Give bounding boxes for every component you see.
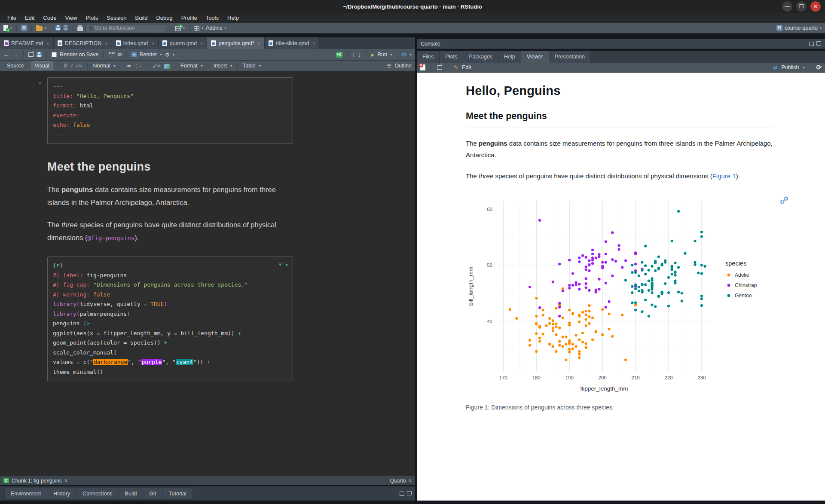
- chevron-down-icon[interactable]: ▾: [114, 64, 116, 68]
- menu-debug[interactable]: Debug: [152, 13, 176, 22]
- close-tab-icon[interactable]: ×: [151, 41, 154, 46]
- run-next-chunk-button[interactable]: ↓: [358, 51, 361, 58]
- minimize-pane-icon[interactable]: [400, 492, 404, 496]
- figure-1-link[interactable]: Figure 1: [712, 172, 736, 180]
- edit-button[interactable]: Edit: [462, 64, 471, 70]
- tab-build[interactable]: Build: [119, 488, 144, 500]
- collapse-chevron-icon[interactable]: ⌄: [38, 79, 42, 85]
- run-button[interactable]: Run: [377, 52, 387, 58]
- print-button[interactable]: [77, 25, 83, 31]
- gear-icon[interactable]: ⚙: [165, 52, 170, 58]
- tab-presentation[interactable]: Presentation: [549, 51, 591, 63]
- menu-help[interactable]: Help: [223, 13, 243, 22]
- italic-button[interactable]: I: [71, 63, 72, 69]
- format-menu[interactable]: Format: [180, 63, 198, 69]
- search-input[interactable]: [95, 25, 159, 31]
- find-replace-icon[interactable]: [118, 53, 122, 56]
- chevron-down-icon[interactable]: ▾: [259, 64, 261, 68]
- close-tab-icon[interactable]: ×: [105, 41, 107, 46]
- open-in-browser-icon[interactable]: [437, 65, 442, 70]
- chevron-down-icon[interactable]: ▾: [173, 53, 174, 57]
- chevron-down-icon[interactable]: ▾: [410, 53, 412, 57]
- menu-plots[interactable]: Plots: [82, 13, 102, 22]
- table-menu[interactable]: Table: [243, 63, 256, 69]
- refresh-viewer-icon[interactable]: ⟳: [816, 64, 822, 71]
- window-close-button[interactable]: ✕: [810, 1, 821, 12]
- tab-plots[interactable]: Plots: [440, 51, 463, 63]
- editor-tab-README.md[interactable]: README.md×: [0, 37, 54, 49]
- rendered-document-viewer[interactable]: Hello, Penguins Meet the penguins The pe…: [417, 73, 825, 501]
- chevron-down-icon[interactable]: ▾: [160, 53, 162, 57]
- chevron-down-icon[interactable]: ▾: [803, 66, 804, 70]
- editor-tab-DESCRIPTION[interactable]: DESCRIPTION×: [54, 37, 112, 49]
- tab-connections[interactable]: Connections: [76, 488, 119, 500]
- spellcheck-icon[interactable]: ABC✓: [108, 52, 115, 57]
- menu-edit[interactable]: Edit: [21, 13, 38, 22]
- save-document-button[interactable]: [37, 52, 42, 57]
- console-title[interactable]: Console: [421, 41, 440, 47]
- insert-link-button[interactable]: 🔗︎∞: [153, 63, 161, 68]
- run-chunk-icon[interactable]: ▶: [286, 260, 288, 270]
- doctype-selector-arrows[interactable]: ⇅: [408, 479, 412, 483]
- editor-tab-quarto.qmd[interactable]: quarto.qmd×: [159, 37, 208, 49]
- menu-code[interactable]: Code: [39, 13, 60, 22]
- visual-editor-canvas[interactable]: ⌄ ---title: "Hello, Penguins"format: htm…: [0, 71, 415, 476]
- clear-viewer-icon[interactable]: ✕: [420, 64, 425, 70]
- tab-git[interactable]: Git: [143, 488, 162, 500]
- menu-tools[interactable]: Tools: [202, 13, 223, 22]
- tab-packages[interactable]: Packages: [463, 51, 498, 63]
- chunk-status-label[interactable]: Chunk 1: fig-penguins: [12, 478, 62, 484]
- open-file-button[interactable]: ▾: [36, 25, 46, 31]
- workspace-panes-button[interactable]: ▾: [194, 25, 203, 31]
- window-restore-button[interactable]: ❐: [796, 1, 807, 12]
- run-previous-chunks-button[interactable]: ↑: [352, 51, 355, 58]
- forward-button[interactable]: →: [12, 51, 18, 58]
- publish-button[interactable]: Publish: [781, 64, 799, 70]
- source-mode-button[interactable]: Source: [3, 62, 28, 70]
- editor-tab-index.qmd[interactable]: index.qmd×: [112, 37, 159, 49]
- tab-environment[interactable]: Environment: [4, 488, 47, 500]
- chevron-down-icon[interactable]: ▾: [201, 64, 203, 68]
- new-pane-button[interactable]: +▾: [175, 25, 185, 31]
- editor-tab-title-slide.qmd[interactable]: title-slide.qmd×: [265, 37, 320, 49]
- yaml-front-matter-block[interactable]: ---title: "Hello, Penguins"format: htmle…: [47, 77, 293, 144]
- chevron-down-icon[interactable]: ▾: [390, 53, 392, 57]
- paragraph-style-select[interactable]: Normal: [93, 63, 110, 69]
- tab-files[interactable]: Files: [417, 51, 440, 63]
- maximize-pane-icon[interactable]: [816, 41, 821, 46]
- menu-build[interactable]: Build: [131, 13, 152, 22]
- save-all-button[interactable]: [63, 25, 68, 31]
- figure-link-icon[interactable]: [779, 195, 789, 205]
- bold-button[interactable]: B: [64, 63, 67, 69]
- save-button[interactable]: [55, 25, 61, 31]
- menu-view[interactable]: View: [61, 13, 81, 22]
- tab-history[interactable]: History: [47, 488, 76, 500]
- close-tab-icon[interactable]: ×: [46, 41, 49, 46]
- project-menu-button[interactable]: Rcourse-quarto▾: [776, 25, 822, 31]
- close-tab-icon[interactable]: ×: [200, 41, 203, 46]
- editor-tab-penguins.qmd[interactable]: penguins.qmd*×: [207, 37, 265, 49]
- chunk-selector-arrows[interactable]: ⇅: [64, 479, 68, 483]
- menu-file[interactable]: File: [3, 13, 20, 22]
- rerun-icon[interactable]: ⟳: [402, 51, 407, 58]
- visual-mode-button[interactable]: Visual: [31, 61, 53, 70]
- outline-toggle-button[interactable]: Outline: [394, 63, 412, 69]
- menu-profile[interactable]: Profile: [177, 13, 201, 22]
- tab-help[interactable]: Help: [498, 51, 521, 63]
- run-chunks-above-icon[interactable]: ▼̄: [279, 260, 281, 270]
- render-on-save-checkbox[interactable]: [52, 52, 57, 57]
- new-project-button[interactable]: R: [21, 25, 27, 31]
- insert-menu[interactable]: Insert: [214, 63, 227, 69]
- new-file-button[interactable]: +▾: [3, 25, 12, 31]
- close-tab-icon[interactable]: ×: [312, 41, 315, 46]
- bullet-list-button[interactable]: ≔: [126, 63, 131, 69]
- addins-button[interactable]: Addins▾: [206, 25, 226, 31]
- insert-chunk-button[interactable]: +C: [336, 52, 342, 58]
- code-button[interactable]: </>: [76, 64, 82, 68]
- chevron-down-icon[interactable]: ▾: [230, 64, 232, 68]
- insert-image-button[interactable]: [164, 64, 170, 69]
- popout-editor-icon[interactable]: [28, 52, 34, 57]
- menu-session[interactable]: Session: [103, 13, 130, 22]
- render-button[interactable]: Render: [140, 52, 157, 58]
- close-tab-icon[interactable]: ×: [258, 41, 260, 46]
